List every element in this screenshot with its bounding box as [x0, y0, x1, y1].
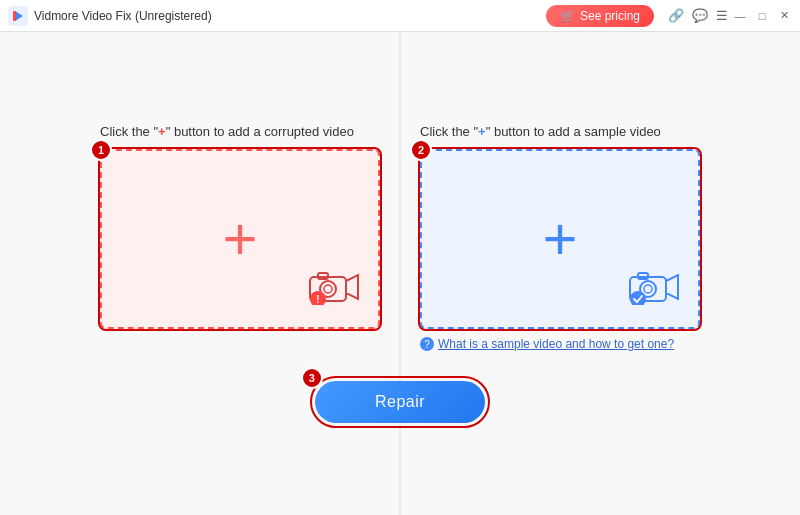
- step-badge-2: 2: [410, 139, 432, 161]
- vertical-divider: [400, 32, 401, 515]
- svg-point-15: [630, 291, 646, 305]
- chat-icon[interactable]: 💬: [688, 6, 712, 25]
- step-badge-1: 1: [90, 139, 112, 161]
- repair-button-container: 3 Repair: [315, 381, 485, 423]
- svg-marker-7: [346, 275, 358, 299]
- sample-video-icon: [628, 269, 680, 309]
- corrupted-video-icon: !: [308, 269, 360, 309]
- repair-section: 3 Repair: [315, 381, 485, 423]
- see-pricing-button[interactable]: 🛒 See pricing: [546, 5, 654, 27]
- main-content: Click the "+" button to add a corrupted …: [0, 32, 800, 515]
- app-logo: [8, 6, 28, 26]
- svg-point-12: [644, 285, 652, 293]
- add-corrupted-video-panel[interactable]: +: [100, 149, 380, 329]
- titlebar: Vidmore Video Fix (Unregistered) 🛒 See p…: [0, 0, 800, 32]
- left-panel-wrapper: Click the "+" button to add a corrupted …: [100, 124, 380, 329]
- minimize-button[interactable]: —: [732, 8, 748, 24]
- left-plus-highlight: +: [158, 124, 166, 139]
- svg-marker-14: [666, 275, 678, 299]
- link-icon[interactable]: 🔗: [664, 6, 688, 25]
- cart-icon: 🛒: [560, 9, 575, 23]
- menu-icon[interactable]: ☰: [712, 6, 732, 25]
- sample-link-row: ? What is a sample video and how to get …: [420, 337, 674, 351]
- sample-video-link[interactable]: What is a sample video and how to get on…: [438, 337, 674, 351]
- left-panel-label: Click the "+" button to add a corrupted …: [100, 124, 354, 139]
- repair-button[interactable]: Repair: [315, 381, 485, 423]
- maximize-button[interactable]: □: [754, 8, 770, 24]
- left-panel-container: 1 +: [100, 149, 380, 329]
- right-plus-highlight: +: [478, 124, 486, 139]
- window-controls: — □ ✕: [732, 8, 792, 24]
- right-plus-icon: +: [542, 209, 577, 269]
- step-badge-3: 3: [301, 367, 323, 389]
- add-sample-video-panel[interactable]: +: [420, 149, 700, 329]
- see-pricing-label: See pricing: [580, 9, 640, 23]
- svg-rect-2: [13, 11, 16, 21]
- help-circle-icon: ?: [420, 337, 434, 351]
- right-panel-wrapper: Click the "+" button to add a sample vid…: [420, 124, 700, 351]
- left-plus-icon: +: [222, 209, 257, 269]
- svg-point-5: [324, 285, 332, 293]
- svg-text:!: !: [316, 294, 319, 305]
- app-title: Vidmore Video Fix (Unregistered): [34, 9, 546, 23]
- close-button[interactable]: ✕: [776, 8, 792, 24]
- right-panel-container: 2 +: [420, 149, 700, 329]
- right-panel-label: Click the "+" button to add a sample vid…: [420, 124, 661, 139]
